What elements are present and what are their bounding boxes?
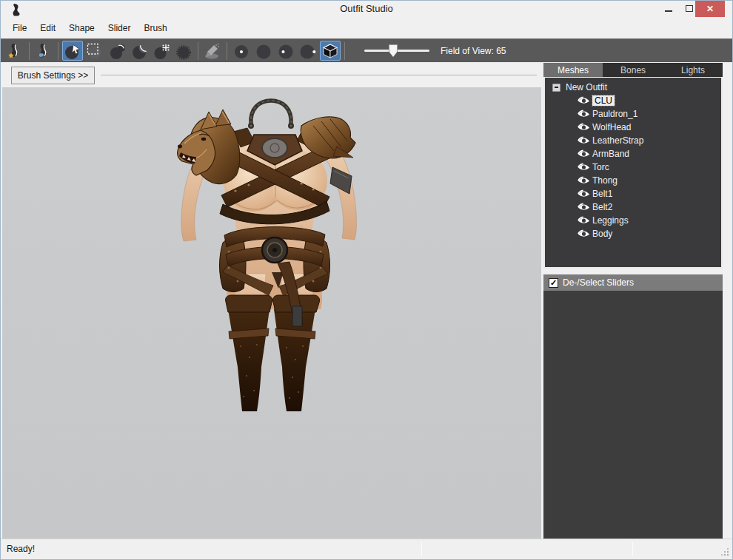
window-title: Outfit Studio (1, 3, 732, 14)
toggle-view-cube-button[interactable] (320, 41, 341, 61)
eye-visible-icon[interactable] (578, 189, 590, 198)
outfit-model[interactable] (2, 87, 541, 539)
cursor-circle-icon (64, 42, 81, 60)
close-button[interactable]: ✕ (695, 1, 725, 17)
airbrush-icon (204, 42, 221, 60)
right-panel: Meshes Bones Lights New Outfit CLU Pauld… (543, 63, 723, 539)
smooth-circle-icon (175, 42, 193, 60)
eye-visible-icon[interactable] (578, 203, 590, 212)
load-project-button[interactable] (4, 41, 25, 61)
statusbar: Ready! (1, 539, 732, 560)
eye-visible-icon[interactable] (578, 109, 590, 118)
status-separator (632, 542, 633, 556)
menu-file[interactable]: File (6, 20, 33, 36)
mesh-item-label: Torc (592, 162, 609, 172)
menu-brush[interactable]: Brush (137, 20, 173, 36)
eye-visible-icon[interactable] (578, 123, 590, 132)
menubar: File Edit Shape Slider Brush (1, 18, 732, 38)
minimize-button[interactable] (658, 1, 679, 16)
deflate-circle-icon (130, 42, 148, 60)
mesh-item[interactable]: Belt1 (545, 187, 721, 200)
mesh-item-label: ArmBand (592, 149, 629, 159)
mesh-item[interactable]: Torc (545, 161, 721, 174)
menu-edit[interactable]: Edit (33, 20, 62, 36)
toolbar: Field of View: 65 (1, 38, 732, 63)
tree-root-label: New Outfit (566, 82, 607, 92)
fov-label: Field of View: 65 (441, 46, 506, 56)
status-separator (421, 542, 422, 556)
brush-settings-button[interactable]: Brush Settings >> (11, 67, 95, 84)
eye-visible-icon[interactable] (578, 176, 590, 185)
mesh-item[interactable]: Thong (545, 174, 721, 187)
fov-slider[interactable] (364, 44, 429, 57)
brush-dot-center-button[interactable] (231, 41, 252, 61)
toolbar-separator (58, 42, 58, 60)
select-tool-button[interactable] (62, 41, 83, 61)
sliders-panel-empty (543, 291, 723, 539)
titlebar[interactable]: Outfit Studio ✕ (1, 1, 732, 18)
circle-right-dot-icon (299, 42, 317, 60)
mesh-item[interactable]: WolfHead (545, 121, 721, 134)
cube-icon (321, 42, 339, 60)
mesh-item[interactable]: Belt2 (545, 200, 721, 214)
eye-visible-icon[interactable] (578, 149, 590, 158)
load-reference-button[interactable] (33, 41, 54, 61)
menu-slider[interactable]: Slider (101, 20, 138, 36)
mesh-tree: New Outfit CLU Pauldron_1 WolfHead Leath… (543, 78, 723, 269)
panel-gap (543, 269, 723, 274)
mesh-item-label: Belt1 (592, 189, 612, 199)
brush-plain-button[interactable] (253, 41, 274, 61)
mesh-item-label: WolfHead (592, 122, 631, 132)
deflate-brush-button[interactable] (129, 41, 150, 61)
outfit-studio-window: Outfit Studio ✕ File Edit Shape Slider B… (0, 0, 733, 560)
eye-visible-icon[interactable] (578, 229, 590, 238)
circle-icon (255, 42, 272, 60)
eye-visible-icon[interactable] (578, 163, 590, 172)
brush-dot-left-button[interactable] (275, 41, 296, 61)
brush-dot-right-button[interactable] (298, 41, 318, 61)
resize-grip-icon[interactable] (727, 554, 729, 556)
mesh-item[interactable]: ArmBand (545, 147, 721, 161)
minimize-icon (665, 10, 672, 12)
eye-visible-icon[interactable] (578, 136, 590, 145)
brush-settings-strip: Brush Settings >> (2, 63, 541, 87)
mesh-item[interactable]: LeatherStrap (545, 134, 721, 147)
mesh-item-label: LeatherStrap (592, 135, 643, 146)
eye-visible-icon[interactable] (578, 96, 590, 105)
mesh-item-label: CLU (592, 95, 615, 106)
mesh-item[interactable]: CLU (545, 94, 721, 107)
mesh-item-label: Thong (592, 175, 617, 186)
eye-visible-icon[interactable] (578, 216, 590, 225)
tree-expander[interactable] (552, 84, 560, 92)
figure-star-icon (6, 42, 24, 60)
mesh-item[interactable]: Body (545, 227, 721, 240)
menu-shape[interactable]: Shape (62, 20, 101, 36)
smooth-brush-button[interactable] (173, 41, 194, 61)
toolbar-separator (198, 42, 198, 60)
tab-lights[interactable]: Lights (663, 63, 723, 77)
inflate-brush-button[interactable] (107, 41, 127, 61)
tree-root-item[interactable]: New Outfit (545, 81, 721, 94)
toolbar-separator (344, 42, 345, 60)
sliders-section-label: De-/Select Sliders (563, 277, 634, 288)
mesh-item[interactable]: Leggings (545, 214, 721, 227)
mesh-item-label: Leggings (592, 215, 629, 226)
figure-reference-icon (35, 42, 53, 60)
viewport[interactable] (2, 87, 541, 539)
toolbar-separator (227, 42, 227, 60)
move-brush-button[interactable] (151, 41, 172, 61)
mesh-item[interactable]: Pauldron_1 (545, 107, 721, 121)
weight-brush-button[interactable] (202, 41, 223, 61)
tab-meshes[interactable]: Meshes (543, 63, 603, 77)
fov-slider-thumb[interactable] (389, 44, 398, 57)
inflate-circle-icon (108, 42, 126, 60)
content-area: Brush Settings >> (1, 63, 732, 539)
maximize-icon (686, 5, 693, 12)
panel-splitter[interactable] (723, 63, 732, 539)
left-column: Brush Settings >> (1, 63, 543, 539)
deselect-sliders-checkbox[interactable]: ✓ (549, 278, 558, 288)
circle-left-dot-icon (277, 42, 295, 60)
mesh-item-label: Pauldron_1 (592, 109, 637, 119)
mask-brush-button[interactable] (84, 41, 105, 61)
tab-bones[interactable]: Bones (603, 63, 663, 77)
